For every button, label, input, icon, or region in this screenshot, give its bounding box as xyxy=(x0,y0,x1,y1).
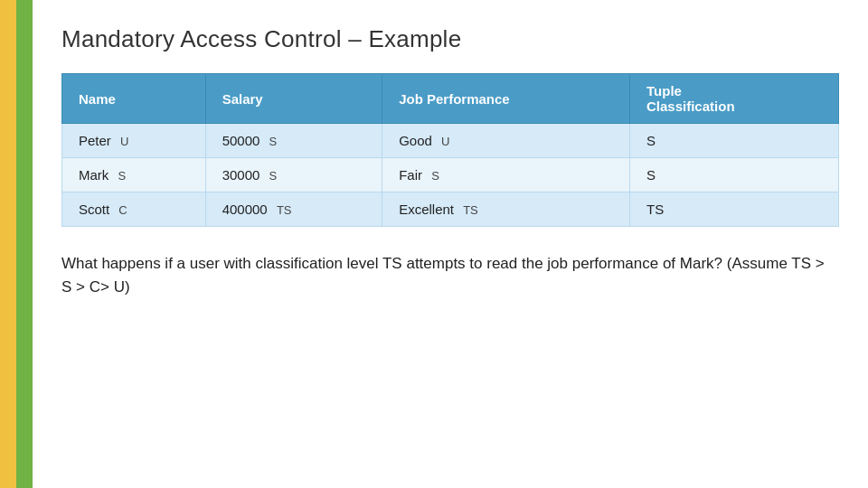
cell-name-mark: Mark S xyxy=(62,158,206,192)
table-body: Peter U 50000 S Good U S Mark S xyxy=(62,124,839,227)
cell-name-scott: Scott C xyxy=(62,192,206,227)
left-bar-green xyxy=(16,0,33,488)
cell-tc-mark: S xyxy=(630,158,839,192)
question-text: What happens if a user with classificati… xyxy=(61,252,832,298)
header-row: Name Salary Job Performance TupleClassif… xyxy=(62,74,839,124)
cell-salary-peter: 50000 S xyxy=(205,124,382,158)
page-title: Mandatory Access Control – Example xyxy=(61,25,832,53)
cell-tc-peter: S xyxy=(630,124,839,158)
cell-jp-peter: Good U xyxy=(382,124,630,158)
cell-salary-mark: 30000 S xyxy=(205,158,382,192)
col-header-job-performance: Job Performance xyxy=(382,74,630,124)
cell-jp-scott: Excellent TS xyxy=(382,192,630,227)
main-content: Mandatory Access Control – Example Name … xyxy=(43,0,868,488)
cell-jp-mark: Fair S xyxy=(382,158,630,192)
table-row: Peter U 50000 S Good U S xyxy=(62,124,839,158)
cell-salary-scott: 400000 TS xyxy=(205,192,382,227)
left-bar-yellow xyxy=(0,0,16,488)
col-header-tuple-classification: TupleClassification xyxy=(630,74,839,124)
cell-tc-scott: TS xyxy=(630,192,839,227)
cell-name-peter: Peter U xyxy=(62,124,206,158)
table-header: Name Salary Job Performance TupleClassif… xyxy=(62,74,839,124)
col-header-name: Name xyxy=(62,74,206,124)
mac-table: Name Salary Job Performance TupleClassif… xyxy=(61,73,839,227)
table-row: Mark S 30000 S Fair S S xyxy=(62,158,839,192)
col-header-salary: Salary xyxy=(205,74,382,124)
table-row: Scott C 400000 TS Excellent TS TS xyxy=(62,192,839,227)
